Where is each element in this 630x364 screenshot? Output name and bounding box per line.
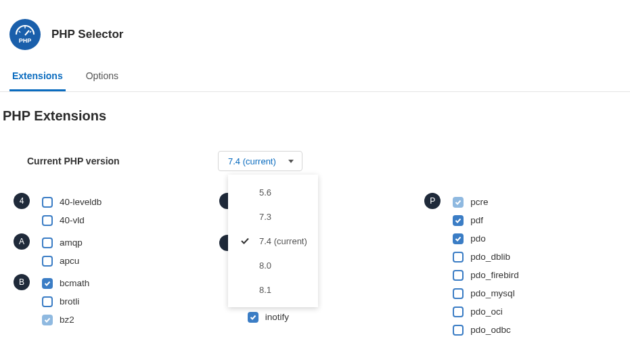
version-option-8-1[interactable]: 8.1 — [228, 277, 318, 302]
check-icon — [240, 236, 250, 246]
php-version-label: Current PHP version — [27, 156, 218, 166]
page-app-title: PHP Selector — [51, 28, 123, 41]
group-badge-a: A — [14, 233, 30, 250]
ext-bz2[interactable]: bz2 — [42, 311, 89, 329]
checkbox[interactable] — [42, 278, 53, 289]
checkbox[interactable] — [42, 197, 53, 208]
checkbox[interactable] — [248, 312, 258, 323]
checkbox[interactable] — [42, 315, 53, 325]
checkbox[interactable] — [453, 325, 464, 336]
version-option-7-3[interactable]: 7.3 — [228, 204, 318, 229]
ext-pdo-odbc[interactable]: pdo_odbc — [453, 321, 518, 339]
group-badge-b: B — [14, 274, 30, 290]
tab-options[interactable]: Options — [83, 62, 121, 91]
ext-pdf[interactable]: pdf — [453, 211, 518, 229]
checkbox[interactable] — [453, 197, 464, 208]
checkbox[interactable] — [42, 256, 53, 267]
checkbox[interactable] — [453, 215, 464, 226]
ext-pdo-dblib[interactable]: pdo_dblib — [453, 248, 518, 266]
ext-pdo-mysql[interactable]: pdo_mysql — [453, 284, 518, 302]
php-version-dropdown[interactable]: 7.4 (current) — [218, 151, 302, 171]
version-option-7-4[interactable]: 7.4 (current) — [228, 229, 318, 253]
chevron-down-icon — [288, 160, 294, 163]
version-option-5-6[interactable]: 5.6 — [228, 180, 318, 204]
php-logo: PHP — [9, 19, 41, 50]
group-badge-4: 4 — [14, 193, 30, 209]
svg-text:PHP: PHP — [19, 37, 32, 44]
tab-extensions[interactable]: Extensions — [9, 62, 66, 91]
ext-amqp[interactable]: amqp — [42, 233, 83, 252]
page-title: PHP Extensions — [0, 92, 630, 136]
ext-40-leveldb[interactable]: 40-leveldb — [42, 193, 102, 211]
php-version-menu: 5.6 7.3 7.4 (current) 8.0 8.1 — [228, 175, 318, 307]
ext-brotli[interactable]: brotli — [42, 292, 89, 311]
checkbox[interactable] — [42, 296, 53, 307]
ext-pcre[interactable]: pcre — [453, 193, 518, 211]
checkbox[interactable] — [42, 215, 53, 226]
ext-pdo[interactable]: pdo — [453, 229, 518, 248]
checkbox[interactable] — [453, 252, 464, 263]
ext-bcmath[interactable]: bcmath — [42, 274, 89, 292]
ext-apcu[interactable]: apcu — [42, 252, 83, 270]
ext-pdo-oci[interactable]: pdo_oci — [453, 302, 518, 321]
checkbox[interactable] — [453, 306, 464, 317]
checkbox[interactable] — [453, 288, 464, 299]
checkbox[interactable] — [453, 233, 464, 244]
version-option-8-0[interactable]: 8.0 — [228, 253, 318, 277]
ext-inotify[interactable]: inotify — [248, 308, 289, 326]
ext-40-vld[interactable]: 40-vld — [42, 211, 102, 229]
ext-pdo-firebird[interactable]: pdo_firebird — [453, 266, 518, 284]
checkbox[interactable] — [453, 270, 464, 281]
group-badge-p: P — [424, 193, 441, 209]
php-version-selected: 7.4 (current) — [228, 156, 276, 166]
checkbox[interactable] — [42, 237, 53, 248]
